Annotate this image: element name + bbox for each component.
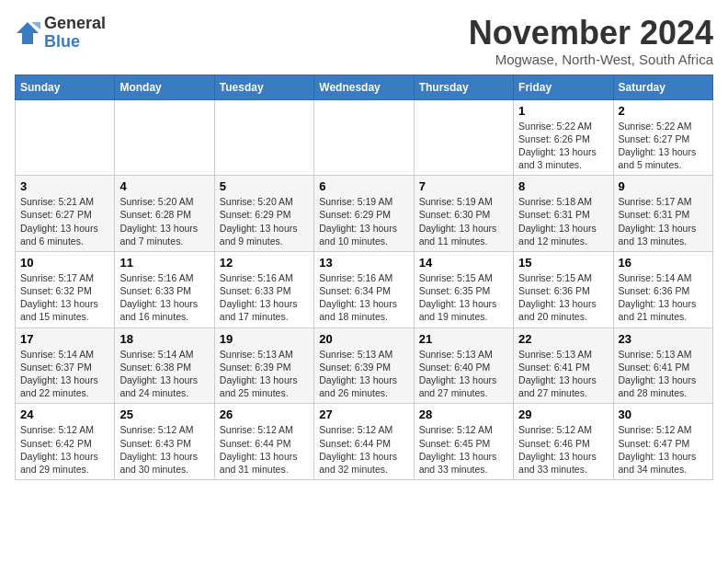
day-number: 12 — [220, 256, 309, 270]
day-number: 27 — [319, 408, 408, 421]
day-info: Sunrise: 5:22 AM Sunset: 6:26 PM Dayligh… — [518, 120, 608, 172]
calendar-cell: 9Sunrise: 5:17 AM Sunset: 6:31 PM Daylig… — [613, 176, 712, 252]
day-number: 23 — [619, 332, 708, 346]
day-info: Sunrise: 5:18 AM Sunset: 6:31 PM Dayligh… — [518, 195, 608, 247]
day-info: Sunrise: 5:12 AM Sunset: 6:45 PM Dayligh… — [419, 423, 508, 476]
day-number: 6 — [319, 179, 408, 193]
day-info: Sunrise: 5:15 AM Sunset: 6:36 PM Dayligh… — [518, 271, 608, 324]
day-number: 8 — [518, 179, 608, 193]
day-number: 21 — [419, 332, 508, 346]
calendar-cell: 12Sunrise: 5:16 AM Sunset: 6:33 PM Dayli… — [214, 251, 313, 327]
calendar-cell: 29Sunrise: 5:12 AM Sunset: 6:46 PM Dayli… — [514, 404, 613, 480]
day-info: Sunrise: 5:13 AM Sunset: 6:39 PM Dayligh… — [220, 348, 309, 400]
calendar-cell: 20Sunrise: 5:13 AM Sunset: 6:39 PM Dayli… — [314, 327, 414, 404]
day-number: 5 — [220, 179, 309, 193]
day-info: Sunrise: 5:21 AM Sunset: 6:27 PM Dayligh… — [20, 195, 109, 247]
day-header-saturday: Saturday — [613, 75, 712, 99]
day-number: 25 — [119, 408, 209, 421]
day-info: Sunrise: 5:22 AM Sunset: 6:27 PM Dayligh… — [619, 120, 708, 172]
day-info: Sunrise: 5:16 AM Sunset: 6:33 PM Dayligh… — [119, 271, 209, 324]
day-info: Sunrise: 5:13 AM Sunset: 6:41 PM Dayligh… — [619, 348, 708, 400]
day-info: Sunrise: 5:13 AM Sunset: 6:41 PM Dayligh… — [518, 348, 608, 400]
day-info: Sunrise: 5:13 AM Sunset: 6:40 PM Dayligh… — [419, 348, 508, 400]
calendar-cell: 11Sunrise: 5:16 AM Sunset: 6:33 PM Dayli… — [115, 251, 214, 327]
calendar-cell: 5Sunrise: 5:20 AM Sunset: 6:29 PM Daylig… — [214, 176, 313, 252]
day-info: Sunrise: 5:13 AM Sunset: 6:39 PM Dayligh… — [319, 348, 408, 400]
calendar-cell — [214, 99, 313, 176]
calendar-cell: 28Sunrise: 5:12 AM Sunset: 6:45 PM Dayli… — [414, 404, 513, 480]
day-info: Sunrise: 5:14 AM Sunset: 6:38 PM Dayligh… — [119, 348, 209, 400]
day-info: Sunrise: 5:17 AM Sunset: 6:31 PM Dayligh… — [619, 195, 708, 247]
day-number: 17 — [20, 332, 109, 346]
day-header-tuesday: Tuesday — [214, 75, 313, 99]
day-number: 7 — [419, 179, 508, 193]
calendar-cell: 26Sunrise: 5:12 AM Sunset: 6:44 PM Dayli… — [214, 404, 313, 480]
day-info: Sunrise: 5:16 AM Sunset: 6:33 PM Dayligh… — [220, 271, 309, 324]
day-number: 26 — [220, 408, 309, 421]
calendar-cell: 17Sunrise: 5:14 AM Sunset: 6:37 PM Dayli… — [16, 327, 115, 404]
svg-marker-0 — [17, 22, 39, 44]
calendar-week-2: 3Sunrise: 5:21 AM Sunset: 6:27 PM Daylig… — [16, 176, 713, 252]
day-number: 1 — [518, 104, 608, 118]
logo-general-text: General — [44, 14, 106, 32]
logo-blue-text: Blue — [44, 32, 80, 51]
day-number: 2 — [619, 104, 708, 118]
day-header-thursday: Thursday — [414, 75, 513, 99]
day-number: 4 — [119, 179, 209, 193]
day-header-wednesday: Wednesday — [314, 75, 414, 99]
calendar-week-3: 10Sunrise: 5:17 AM Sunset: 6:32 PM Dayli… — [16, 251, 713, 327]
calendar-cell — [314, 99, 414, 176]
day-info: Sunrise: 5:20 AM Sunset: 6:29 PM Dayligh… — [220, 195, 309, 247]
day-number: 9 — [619, 179, 708, 193]
day-number: 3 — [20, 179, 109, 193]
day-number: 30 — [619, 408, 708, 421]
day-number: 29 — [518, 408, 608, 421]
calendar-cell: 8Sunrise: 5:18 AM Sunset: 6:31 PM Daylig… — [514, 176, 613, 252]
calendar-cell: 22Sunrise: 5:13 AM Sunset: 6:41 PM Dayli… — [514, 327, 613, 404]
calendar-cell: 14Sunrise: 5:15 AM Sunset: 6:35 PM Dayli… — [414, 251, 513, 327]
calendar-week-1: 1Sunrise: 5:22 AM Sunset: 6:26 PM Daylig… — [16, 99, 713, 176]
calendar-cell: 16Sunrise: 5:14 AM Sunset: 6:36 PM Dayli… — [613, 251, 712, 327]
calendar-cell: 4Sunrise: 5:20 AM Sunset: 6:28 PM Daylig… — [115, 176, 214, 252]
page-header: General Blue November 2024 Mogwase, Nort… — [15, 15, 713, 67]
logo: General Blue — [15, 15, 106, 52]
calendar-cell: 21Sunrise: 5:13 AM Sunset: 6:40 PM Dayli… — [414, 327, 513, 404]
calendar-cell: 10Sunrise: 5:17 AM Sunset: 6:32 PM Dayli… — [16, 251, 115, 327]
calendar-table: SundayMondayTuesdayWednesdayThursdayFrid… — [15, 75, 713, 480]
calendar-cell: 6Sunrise: 5:19 AM Sunset: 6:29 PM Daylig… — [314, 176, 414, 252]
day-header-friday: Friday — [514, 75, 613, 99]
title-block: November 2024 Mogwase, North-West, South… — [469, 15, 713, 67]
calendar-cell — [115, 99, 214, 176]
day-number: 14 — [419, 256, 508, 270]
day-number: 28 — [419, 408, 508, 421]
day-info: Sunrise: 5:14 AM Sunset: 6:36 PM Dayligh… — [619, 271, 708, 324]
day-header-row: SundayMondayTuesdayWednesdayThursdayFrid… — [16, 75, 713, 99]
calendar-cell: 30Sunrise: 5:12 AM Sunset: 6:47 PM Dayli… — [613, 404, 712, 480]
calendar-cell: 19Sunrise: 5:13 AM Sunset: 6:39 PM Dayli… — [214, 327, 313, 404]
day-number: 20 — [319, 332, 408, 346]
day-info: Sunrise: 5:12 AM Sunset: 6:46 PM Dayligh… — [518, 423, 608, 476]
day-number: 11 — [119, 256, 209, 270]
day-header-sunday: Sunday — [16, 75, 115, 99]
day-number: 16 — [619, 256, 708, 270]
day-info: Sunrise: 5:16 AM Sunset: 6:34 PM Dayligh… — [319, 271, 408, 324]
calendar-cell — [414, 99, 513, 176]
calendar-cell: 15Sunrise: 5:15 AM Sunset: 6:36 PM Dayli… — [514, 251, 613, 327]
day-number: 19 — [220, 332, 309, 346]
day-number: 10 — [20, 256, 109, 270]
calendar-cell: 3Sunrise: 5:21 AM Sunset: 6:27 PM Daylig… — [16, 176, 115, 252]
calendar-cell: 7Sunrise: 5:19 AM Sunset: 6:30 PM Daylig… — [414, 176, 513, 252]
day-info: Sunrise: 5:12 AM Sunset: 6:43 PM Dayligh… — [119, 423, 209, 476]
calendar-cell: 2Sunrise: 5:22 AM Sunset: 6:27 PM Daylig… — [613, 99, 712, 176]
month-title: November 2024 — [469, 15, 713, 52]
calendar-cell: 25Sunrise: 5:12 AM Sunset: 6:43 PM Dayli… — [115, 404, 214, 480]
location-subtitle: Mogwase, North-West, South Africa — [469, 52, 713, 67]
calendar-cell: 18Sunrise: 5:14 AM Sunset: 6:38 PM Dayli… — [115, 327, 214, 404]
day-number: 18 — [119, 332, 209, 346]
day-info: Sunrise: 5:12 AM Sunset: 6:47 PM Dayligh… — [619, 423, 708, 476]
logo-icon — [15, 20, 40, 46]
day-number: 15 — [518, 256, 608, 270]
calendar-cell: 23Sunrise: 5:13 AM Sunset: 6:41 PM Dayli… — [613, 327, 712, 404]
day-info: Sunrise: 5:20 AM Sunset: 6:28 PM Dayligh… — [119, 195, 209, 247]
calendar-week-5: 24Sunrise: 5:12 AM Sunset: 6:42 PM Dayli… — [16, 404, 713, 480]
